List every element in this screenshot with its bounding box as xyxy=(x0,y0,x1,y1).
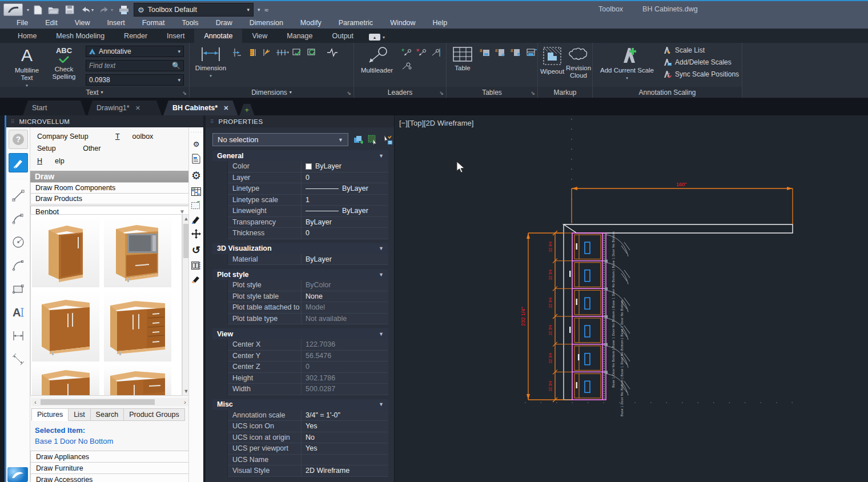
file-tab-bh-cabinets[interactable]: BH Cabinets* ✕ xyxy=(163,101,238,115)
dimension-update-icon[interactable] xyxy=(305,46,319,59)
section-header-3d-visualization[interactable]: 3D Visualization▼ xyxy=(212,243,388,254)
leaders-panel-footer[interactable]: Leaders ⇘ xyxy=(354,87,446,98)
aligned-dimension-tool[interactable] xyxy=(9,350,28,369)
text-panel-footer[interactable]: Text▾ ⇘ xyxy=(0,87,189,98)
linear-dimension-tool[interactable] xyxy=(9,326,28,346)
menu-company-setup[interactable]: Company Setup xyxy=(37,132,101,140)
product-thumbnail-microwave-base[interactable] xyxy=(104,216,171,287)
menu-other[interactable]: Other xyxy=(83,144,113,152)
print-button[interactable] xyxy=(118,3,130,16)
selection-area-icon[interactable] xyxy=(191,201,201,210)
menu-help-item[interactable]: Help xyxy=(37,157,65,165)
save-button[interactable] xyxy=(64,3,75,16)
palette-grip-icon[interactable]: ⠿ xyxy=(11,119,15,124)
app-menu-caret-icon[interactable]: ▾ xyxy=(27,7,29,13)
section-header-view[interactable]: View▼ xyxy=(212,328,388,339)
draw-text-tool[interactable]: A xyxy=(9,303,28,322)
remove-leader-icon[interactable]: × xyxy=(415,46,428,59)
dimension-button[interactable]: Dimension ▾ xyxy=(193,44,228,78)
product-thumbnail-drawer-base-partial[interactable] xyxy=(104,364,171,396)
ribbon-tab-output[interactable]: Output xyxy=(322,29,363,43)
dimension-continue-icon[interactable]: ▾ xyxy=(275,46,289,59)
settings-large-gear-icon[interactable]: ⚙ xyxy=(191,169,201,182)
tab-list[interactable]: List xyxy=(69,408,90,421)
sync-scale-positions-button[interactable]: Sync Scale Positions xyxy=(662,70,739,78)
product-thumbnail-base-2-door-partial[interactable] xyxy=(32,364,99,396)
microvellum-palette-header[interactable]: ⠿ MICROVELLUM xyxy=(6,115,203,127)
menu-format[interactable]: Format xyxy=(134,17,174,30)
menu-insert[interactable]: Insert xyxy=(99,17,134,30)
file-tab-drawing1[interactable]: Drawing1* ✕ xyxy=(87,101,162,115)
find-text-search-icon[interactable]: 🔍 xyxy=(172,62,180,70)
redo-caret-icon[interactable]: ▾ xyxy=(111,7,113,13)
ribbon-tab-manage[interactable]: Manage xyxy=(277,29,322,43)
product-thumbnail-base-2-door[interactable] xyxy=(32,290,99,362)
undo-button[interactable]: ▾ xyxy=(79,3,95,16)
help-button[interactable]: ? xyxy=(9,130,28,149)
spreadsheet-icon[interactable] xyxy=(191,187,201,196)
qat-dropdown-caret-icon[interactable]: ▾ xyxy=(258,7,260,13)
tables-panel-launcher-icon[interactable]: ⇘ xyxy=(531,90,535,96)
horizontal-scroll-thumb[interactable] xyxy=(41,399,155,405)
draw-mode-button[interactable] xyxy=(9,153,28,172)
dimensions-panel-footer[interactable]: Dimensions▾ ⇘ xyxy=(190,87,353,98)
dimension-jogged-icon[interactable] xyxy=(260,46,274,59)
thumbnail-horizontal-scrollbar[interactable]: ‹ › xyxy=(31,398,189,406)
properties-palette-header[interactable]: ⠿ PROPERTIES xyxy=(206,115,394,127)
add-current-scale-button[interactable]: Add Current Scale ▾ xyxy=(597,44,657,81)
add-leader-icon[interactable]: + xyxy=(400,46,413,59)
tables-panel-footer[interactable]: Tables ⇘ xyxy=(447,87,537,98)
text-style-combo[interactable]: Annotative ▾ xyxy=(86,46,184,57)
menu-edit[interactable]: Edit xyxy=(37,17,66,30)
data-link-upload-icon[interactable]: 8 xyxy=(509,46,523,59)
text-height-combo[interactable]: 0.0938 ▾ xyxy=(86,74,184,86)
select-objects-button[interactable] xyxy=(368,134,378,146)
ribbon-tab-home[interactable]: Home xyxy=(8,29,46,43)
check-spelling-button[interactable]: ABC Check Spelling xyxy=(47,44,81,81)
menu-view[interactable]: View xyxy=(66,17,99,30)
draw-line-tool[interactable] xyxy=(9,186,28,205)
leaders-panel-launcher-icon[interactable]: ⇘ xyxy=(439,90,444,96)
marker-icon[interactable] xyxy=(191,215,201,224)
multileader-button[interactable]: Multileader xyxy=(356,44,397,74)
draw-circle-tool[interactable] xyxy=(9,232,28,252)
toggle-pickadd-button[interactable] xyxy=(353,134,363,146)
tab-search[interactable]: Search xyxy=(91,408,124,421)
tab-product-groups[interactable]: Product Groups xyxy=(124,408,185,421)
menu-dimension[interactable]: Dimension xyxy=(241,17,292,30)
dimension-break-icon[interactable] xyxy=(231,46,244,59)
menu-tools[interactable]: Tools xyxy=(173,17,207,30)
new-file-button[interactable] xyxy=(33,3,43,16)
draw-rectangle-tool[interactable] xyxy=(9,279,28,299)
redo-button[interactable]: ▾ xyxy=(98,3,114,16)
ribbon-tab-annotate[interactable]: Annotate xyxy=(194,29,242,43)
align-leaders-icon[interactable] xyxy=(429,46,443,59)
dimension-jog-line-icon[interactable] xyxy=(326,46,339,59)
ribbon-tab-insert[interactable]: Insert xyxy=(157,29,194,43)
file-tab-bh-cabinets-close-icon[interactable]: ✕ xyxy=(223,105,228,112)
dimension-check-icon[interactable] xyxy=(290,46,304,59)
quick-select-button[interactable] xyxy=(383,134,393,146)
menu-file[interactable]: File xyxy=(8,17,37,30)
draw-polyline-tool[interactable] xyxy=(9,209,28,228)
viewport-controls-label[interactable]: [−][Top][2D Wireframe] xyxy=(399,119,473,127)
section-header-general[interactable]: General▼ xyxy=(212,150,388,161)
add-delete-scales-button[interactable]: Add/Delete Scales xyxy=(662,58,739,66)
revision-cloud-button[interactable]: Revision Cloud xyxy=(565,44,592,79)
scale-list-button[interactable]: Scale List xyxy=(662,46,739,54)
file-tab-drawing1-close-icon[interactable]: ✕ xyxy=(135,105,140,112)
menu-parametric[interactable]: Parametric xyxy=(330,17,381,30)
cabinet-section-icon[interactable] xyxy=(191,262,202,270)
file-tab-start[interactable]: Start xyxy=(23,101,86,115)
section-header-misc[interactable]: Misc▼ xyxy=(212,399,388,410)
extract-data-icon[interactable]: 8 xyxy=(479,46,492,59)
table-button[interactable]: Table xyxy=(449,44,476,72)
markup-panel-footer[interactable]: Markup xyxy=(538,87,592,98)
scroll-left-icon[interactable]: ‹ xyxy=(31,399,39,405)
draw-arc-tool[interactable] xyxy=(9,256,28,275)
ribbon-tab-render[interactable]: Render xyxy=(114,29,157,43)
multiline-text-button[interactable]: A Multiline Text ▾ xyxy=(8,44,46,88)
draw-appliances-button[interactable]: Draw Appliances xyxy=(30,451,189,463)
menu-window[interactable]: Window xyxy=(381,17,424,30)
scroll-right-icon[interactable]: › xyxy=(181,399,189,405)
